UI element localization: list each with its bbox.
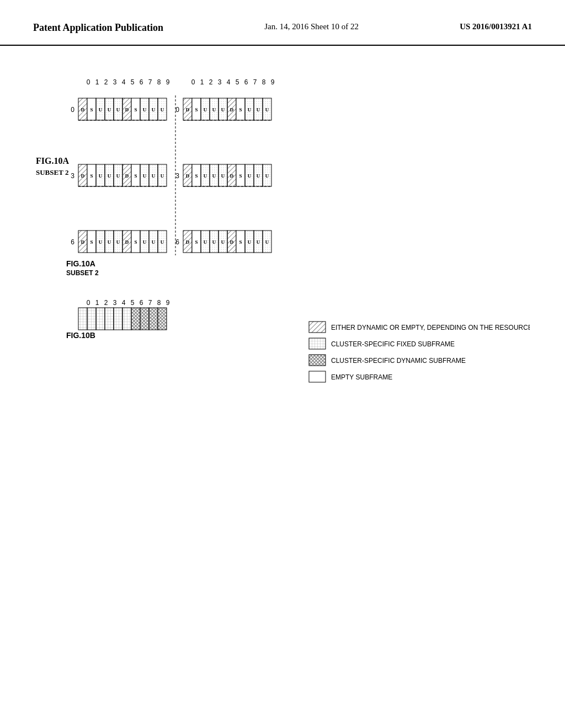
- svg-text:6: 6: [175, 238, 179, 246]
- svg-text:0: 0: [175, 106, 179, 114]
- svg-text:8: 8: [157, 78, 161, 86]
- svg-text:S: S: [134, 173, 137, 179]
- svg-text:S: S: [90, 239, 93, 245]
- publication-number: US 2016/0013921 A1: [460, 22, 532, 31]
- svg-text:6: 6: [140, 299, 143, 307]
- figb-row: [78, 308, 167, 330]
- svg-text:U: U: [116, 239, 120, 245]
- svg-text:U: U: [116, 173, 120, 179]
- svg-text:U: U: [248, 173, 252, 179]
- svg-text:0: 0: [191, 78, 195, 86]
- svg-text:7: 7: [148, 299, 152, 307]
- svg-text:D: D: [230, 173, 234, 179]
- svg-text:3: 3: [71, 172, 74, 180]
- publication-date: Jan. 14, 2016 Sheet 10 of 22: [264, 22, 359, 31]
- svg-text:1: 1: [95, 299, 99, 307]
- svg-text:S: S: [195, 107, 198, 113]
- svg-text:3: 3: [113, 78, 117, 86]
- svg-rect-166: [105, 308, 114, 330]
- svg-text:2: 2: [104, 299, 108, 307]
- svg-text:U: U: [265, 239, 269, 245]
- svg-text:U: U: [257, 107, 260, 113]
- svg-text:U: U: [265, 173, 269, 179]
- svg-text:U: U: [108, 173, 111, 179]
- svg-text:4: 4: [122, 299, 126, 307]
- svg-text:U: U: [248, 239, 252, 245]
- svg-text:U: U: [212, 107, 216, 113]
- svg-text:S: S: [90, 173, 93, 179]
- svg-rect-172: [158, 308, 167, 330]
- legend-empty-box: [309, 371, 326, 382]
- svg-text:9: 9: [166, 299, 170, 307]
- svg-text:S: S: [134, 239, 137, 245]
- svg-text:U: U: [152, 173, 156, 179]
- svg-rect-167: [114, 308, 122, 330]
- legend-text-1: EITHER DYNAMIC OR EMPTY, DEPENDING ON TH…: [331, 324, 530, 331]
- page-header: Patent Application Publication Jan. 14, …: [0, 0, 565, 46]
- main-diagram: 0 1 2 3 4 5 6 7 8 9 0 1 2 3 4 5 6 7 8 9: [33, 68, 530, 498]
- svg-text:D: D: [125, 107, 129, 113]
- svg-text:U: U: [257, 239, 260, 245]
- svg-text:U: U: [221, 107, 225, 113]
- svg-text:D: D: [81, 107, 85, 113]
- svg-text:1: 1: [95, 78, 99, 86]
- svg-text:D: D: [81, 239, 85, 245]
- svg-text:D: D: [125, 173, 129, 179]
- svg-text:S: S: [239, 173, 242, 179]
- svg-text:0: 0: [87, 78, 90, 86]
- svg-text:4: 4: [122, 78, 126, 86]
- svg-text:0: 0: [87, 299, 90, 307]
- svg-text:6: 6: [140, 78, 143, 86]
- svg-text:U: U: [99, 239, 103, 245]
- svg-text:7: 7: [253, 78, 257, 86]
- fig10b-label: FIG.10B: [66, 331, 95, 340]
- svg-text:U: U: [204, 173, 207, 179]
- svg-text:D: D: [81, 173, 85, 179]
- svg-text:D: D: [186, 173, 190, 179]
- svg-rect-171: [149, 308, 158, 330]
- legend-text-4: EMPTY SUBFRAME: [331, 373, 392, 381]
- svg-text:8: 8: [262, 78, 266, 86]
- figb-col-numbers: 0 1 2 3 4 5 6 7 8 9: [87, 299, 170, 307]
- right-row-3: 3 D S U U U D S U U U: [175, 164, 271, 186]
- svg-text:5: 5: [131, 78, 135, 86]
- svg-text:6: 6: [244, 78, 248, 86]
- svg-text:U: U: [108, 107, 111, 113]
- svg-text:S: S: [239, 239, 242, 245]
- svg-text:U: U: [143, 173, 147, 179]
- svg-text:8: 8: [157, 299, 161, 307]
- svg-text:U: U: [99, 107, 103, 113]
- svg-text:S: S: [134, 107, 137, 113]
- svg-text:U: U: [204, 239, 207, 245]
- publication-title: Patent Application Publication: [33, 22, 163, 34]
- svg-text:U: U: [212, 239, 216, 245]
- svg-text:5: 5: [131, 299, 135, 307]
- svg-text:U: U: [161, 239, 164, 245]
- svg-text:D: D: [230, 107, 234, 113]
- svg-text:U: U: [152, 107, 156, 113]
- legend-grid-box: [309, 338, 326, 349]
- svg-text:S: S: [239, 107, 242, 113]
- svg-text:3: 3: [218, 78, 222, 86]
- svg-text:6: 6: [71, 238, 74, 246]
- svg-text:U: U: [116, 107, 120, 113]
- svg-text:U: U: [221, 239, 225, 245]
- svg-text:S: S: [195, 239, 198, 245]
- svg-text:S: S: [90, 107, 93, 113]
- svg-rect-164: [87, 308, 96, 330]
- svg-text:U: U: [99, 173, 103, 179]
- svg-text:S: S: [195, 173, 198, 179]
- svg-rect-169: [131, 308, 140, 330]
- right-row-0: 0 D S U U U D S U U U: [175, 98, 271, 120]
- svg-text:7: 7: [148, 78, 152, 86]
- svg-text:D: D: [230, 239, 234, 245]
- svg-text:U: U: [108, 239, 111, 245]
- svg-text:2: 2: [209, 78, 213, 86]
- left-row-0: 0 D S U U U D S U U U: [71, 98, 167, 120]
- fig10a-label: FIG.10A SUBSET 2: [36, 156, 69, 177]
- svg-rect-168: [122, 308, 131, 330]
- svg-text:U: U: [161, 107, 164, 113]
- left-row-3: 3 D S U U U D S U U U: [71, 164, 167, 186]
- fig10a-svg-label: FIG.10A: [66, 259, 95, 268]
- right-chart-col-numbers-top: 0 1 2 3 4 5 6 7 8 9: [191, 78, 275, 86]
